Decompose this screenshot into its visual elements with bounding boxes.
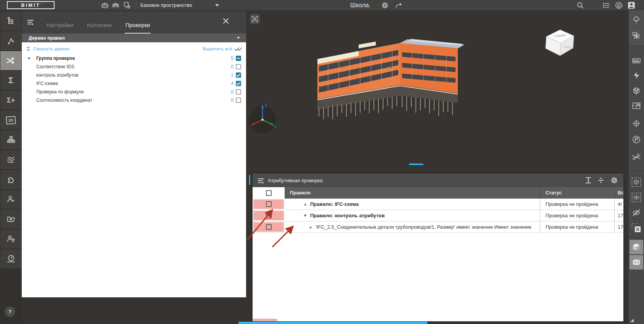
row-caret-icon[interactable] (304, 215, 307, 217)
checkbox[interactable] (266, 224, 272, 230)
checkbox[interactable] (236, 89, 241, 95)
total-value: 4/ (615, 201, 622, 207)
column-header-total[interactable]: Вс (615, 190, 623, 196)
table-row[interactable]: Правило: IFC-схема Проверка не пройдена … (253, 199, 623, 210)
window-resize-handle[interactable] (630, 319, 634, 322)
left-toolbar: Σ Σ+ 2D (0, 10, 22, 324)
attribute-check-panel: Атрибутивная проверка Правило Статус Вс … (253, 173, 623, 321)
structure-orgchart-button[interactable] (0, 130, 21, 149)
ruler-measure-button[interactable] (630, 53, 643, 67)
tree-item[interactable]: IFC-схема 4 (22, 79, 246, 88)
user-avatar-icon[interactable] (627, 1, 636, 10)
user-check-button[interactable] (0, 190, 21, 209)
checkbox[interactable] (236, 81, 241, 86)
table-column-headers: Правило Статус Вс (253, 187, 623, 199)
tab-settings[interactable]: Настройки (45, 22, 74, 34)
select-all-link[interactable]: Выделить всё (203, 47, 243, 51)
checkbox[interactable] (236, 64, 241, 69)
table-row[interactable]: Правило: контроль атрибутов Проверка не … (253, 210, 623, 221)
tree-item[interactable]: Соотносимость координат 0 (22, 96, 246, 104)
flag-marker-button[interactable] (630, 132, 643, 147)
selection-sets-button[interactable] (630, 29, 643, 43)
logo-red-dot (41, 3, 42, 4)
tree-item-group[interactable]: Группа проверок 5 (22, 54, 246, 63)
right-toolbar: 1 2 (629, 10, 644, 324)
notifications-bell-icon[interactable] (615, 1, 623, 10)
fit-view-button[interactable] (250, 14, 260, 24)
tree-item[interactable]: Соответствие IDS 0 (22, 63, 246, 71)
table-settings-gear-icon[interactable] (610, 176, 618, 184)
axis-gizmo[interactable]: Z Y (247, 102, 278, 138)
collapse-tree-link[interactable]: Свернуть дерево (26, 46, 69, 51)
row-caret-icon[interactable] (304, 203, 307, 205)
fit-height-icon[interactable] (584, 176, 592, 184)
column-header-rule[interactable]: Правило (285, 190, 311, 196)
gizmo-y-label: Y (274, 125, 277, 129)
show-object-button[interactable] (630, 190, 643, 205)
graph-nodes-button[interactable] (0, 31, 21, 50)
section-box-button[interactable] (630, 83, 643, 98)
table-row[interactable]: 'IFC_2.5_Соединительные детали трубопров… (253, 221, 623, 233)
plugins-puzzle-button[interactable] (0, 170, 21, 189)
model-tree-button[interactable] (0, 11, 21, 30)
settings-gear-icon[interactable] (381, 1, 389, 10)
building-model[interactable] (313, 21, 473, 120)
collapse-rows-icon[interactable] (597, 176, 605, 184)
vertical-scrollbar[interactable] (249, 175, 250, 185)
sigma-plus-glyph: Σ+ (7, 96, 15, 104)
plan-grid-button[interactable] (630, 99, 643, 113)
list-menu-icon[interactable] (602, 1, 610, 10)
checks-panel: Настройки Коллизии Проверки Дерево прави… (22, 11, 246, 297)
row-caret-icon[interactable] (309, 226, 312, 228)
isolate-object-button[interactable] (630, 175, 643, 189)
shield-clock-icon[interactable] (123, 1, 131, 10)
checkbox[interactable] (236, 56, 241, 61)
checkbox[interactable] (236, 72, 241, 78)
team-icon[interactable] (111, 1, 120, 10)
environment-tree-button[interactable] (630, 13, 643, 27)
sum-button[interactable]: Σ (0, 71, 21, 90)
panel-resize-handle[interactable] (409, 164, 423, 165)
locate-target-button[interactable] (630, 116, 643, 131)
tab-collisions[interactable]: Коллизии (86, 22, 112, 34)
tree-item[interactable]: контроль атрибутов 1 (22, 71, 246, 79)
axes-cross-button[interactable]: 1 2 (630, 150, 643, 164)
panel-tab-bar: Настройки Коллизии Проверки (22, 11, 246, 34)
view-2d-button[interactable]: 2D (0, 111, 21, 130)
checkbox[interactable] (266, 201, 272, 207)
caret-down-icon[interactable] (27, 58, 31, 59)
user-location-button[interactable] (0, 229, 21, 249)
panel-menu-icon[interactable] (258, 178, 265, 184)
briefcase-icon[interactable] (101, 1, 109, 10)
panel-menu-icon[interactable] (27, 19, 35, 25)
checkbox[interactable] (266, 190, 272, 196)
checks-shuffle-button[interactable] (0, 51, 21, 70)
help-button[interactable]: ? (5, 306, 15, 317)
app-logo[interactable]: BIMIT (7, 1, 55, 9)
workspace-dropdown[interactable]: Базовое пространство (140, 0, 219, 10)
horizontal-scrollbar[interactable] (238, 322, 427, 324)
hide-object-button[interactable] (630, 205, 643, 220)
search-icon[interactable] (576, 1, 584, 10)
rules-tree-section-header[interactable]: Дерево правил (22, 34, 246, 42)
clear-selection-button[interactable] (630, 221, 643, 235)
shared-folder-button[interactable] (0, 210, 21, 229)
select-all-checkbox-cell[interactable] (253, 187, 285, 199)
view-cube[interactable]: Справа Снизу (541, 25, 576, 59)
tab-checks[interactable]: Проверки (125, 22, 151, 34)
orbit-mode-button[interactable] (630, 255, 643, 269)
collapse-tree-label: Свернуть дерево (33, 47, 69, 51)
panel-title: Атрибутивная проверка (268, 178, 323, 183)
tree-item[interactable]: Проверка по формуле 0 (22, 88, 246, 96)
checkbox[interactable] (266, 213, 272, 218)
dashboard-gauge-button[interactable] (0, 249, 21, 268)
column-header-status[interactable]: Статус (540, 190, 562, 196)
charts-button[interactable] (0, 150, 21, 169)
sum-add-button[interactable]: Σ+ (0, 91, 21, 110)
flash-compare-button[interactable] (630, 68, 643, 83)
checkbox[interactable] (236, 98, 241, 103)
share-icon[interactable] (394, 1, 403, 10)
project-title: Школа. (350, 0, 370, 10)
close-panel-icon[interactable] (222, 18, 230, 25)
cube-3d-mode-button[interactable] (630, 240, 643, 254)
